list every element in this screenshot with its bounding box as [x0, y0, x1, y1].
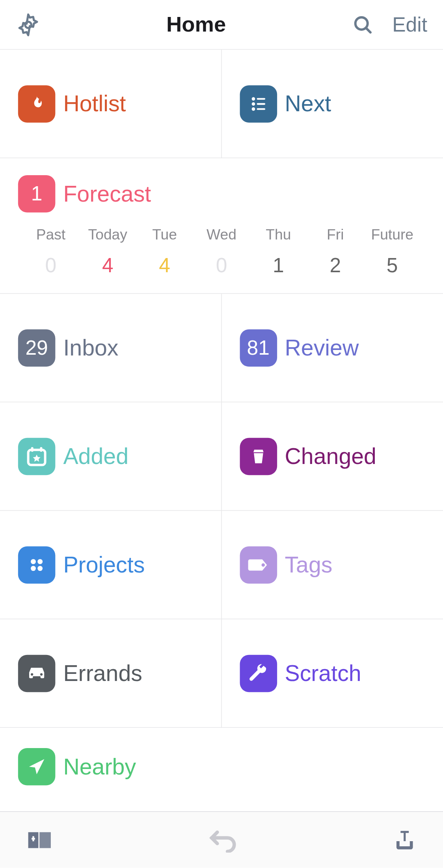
tile-label: Hotlist: [63, 91, 126, 116]
forecast-day-thu[interactable]: Thu 1: [256, 226, 301, 277]
search-icon[interactable]: [352, 13, 374, 36]
svg-line-2: [366, 28, 370, 32]
forecast-day-tue[interactable]: Tue 4: [142, 226, 187, 277]
svg-rect-22: [400, 831, 409, 832]
svg-point-17: [31, 673, 33, 675]
tile-tags[interactable]: Tags: [222, 511, 443, 619]
forecast-day-past[interactable]: Past 0: [28, 226, 74, 277]
undo-icon[interactable]: [207, 827, 238, 852]
tile-label: Added: [63, 443, 128, 469]
car-icon: [18, 655, 56, 692]
svg-point-13: [37, 559, 43, 564]
svg-point-15: [37, 565, 43, 571]
svg-rect-11: [40, 447, 42, 451]
inbox-badge: 29: [18, 329, 56, 367]
svg-point-12: [31, 559, 36, 564]
forecast-badge: 1: [18, 175, 56, 213]
tile-inbox[interactable]: 29 Inbox: [0, 294, 222, 402]
export-icon[interactable]: [392, 829, 417, 851]
svg-point-7: [251, 107, 255, 110]
tile-next[interactable]: Next: [222, 50, 443, 158]
forecast-day-future[interactable]: Future 5: [370, 226, 415, 277]
svg-point-16: [261, 563, 265, 567]
location-arrow-icon: [18, 748, 56, 786]
forecast-day-fri[interactable]: Fri 2: [313, 226, 358, 277]
list-icon: [240, 85, 277, 123]
svg-rect-8: [257, 108, 265, 110]
svg-rect-20: [32, 836, 34, 841]
page-title: Home: [166, 13, 226, 37]
tile-label: Forecast: [63, 181, 151, 206]
tile-nearby[interactable]: Nearby: [0, 728, 443, 806]
review-badge: 81: [240, 329, 277, 367]
tag-icon: [240, 546, 277, 584]
tile-label: Tags: [285, 552, 332, 577]
svg-point-5: [251, 102, 255, 105]
svg-point-18: [40, 673, 43, 675]
svg-point-14: [31, 565, 36, 571]
dots-icon: [18, 546, 56, 584]
calendar-star-icon: [18, 438, 56, 475]
svg-rect-10: [31, 447, 34, 451]
tile-label: Scratch: [285, 660, 361, 686]
tile-label: Nearby: [63, 754, 136, 779]
tile-errands[interactable]: Errands: [0, 619, 222, 728]
add-panel-icon[interactable]: [26, 829, 53, 851]
tile-label: Changed: [285, 443, 376, 469]
tile-projects[interactable]: Projects: [0, 511, 222, 619]
tile-scratch[interactable]: Scratch: [222, 619, 443, 728]
tile-forecast[interactable]: 1 Forecast Past 0 Today 4 Tue 4 Wed 0 Th…: [0, 158, 443, 294]
cup-icon: [240, 438, 277, 475]
tile-label: Next: [285, 91, 331, 116]
forecast-day-wed[interactable]: Wed 0: [199, 226, 244, 277]
tile-hotlist[interactable]: Hotlist: [0, 50, 222, 158]
svg-point-3: [251, 97, 255, 101]
tile-changed[interactable]: Changed: [222, 402, 443, 511]
tile-label: Errands: [63, 660, 142, 686]
edit-button[interactable]: Edit: [392, 13, 427, 36]
svg-rect-6: [257, 103, 265, 105]
svg-rect-4: [257, 98, 265, 99]
flame-icon: [18, 85, 56, 123]
tile-review[interactable]: 81 Review: [222, 294, 443, 402]
tile-label: Inbox: [63, 335, 118, 360]
bottom-toolbar: [0, 811, 443, 868]
gear-icon[interactable]: [16, 12, 41, 37]
tile-label: Projects: [63, 552, 145, 577]
tile-label: Review: [285, 335, 359, 360]
tile-added[interactable]: Added: [0, 402, 222, 511]
wrench-icon: [240, 655, 277, 692]
forecast-day-today[interactable]: Today 4: [85, 226, 130, 277]
forecast-row: Past 0 Today 4 Tue 4 Wed 0 Thu 1 Fri 2: [18, 226, 425, 277]
header: Home Edit: [0, 0, 443, 50]
